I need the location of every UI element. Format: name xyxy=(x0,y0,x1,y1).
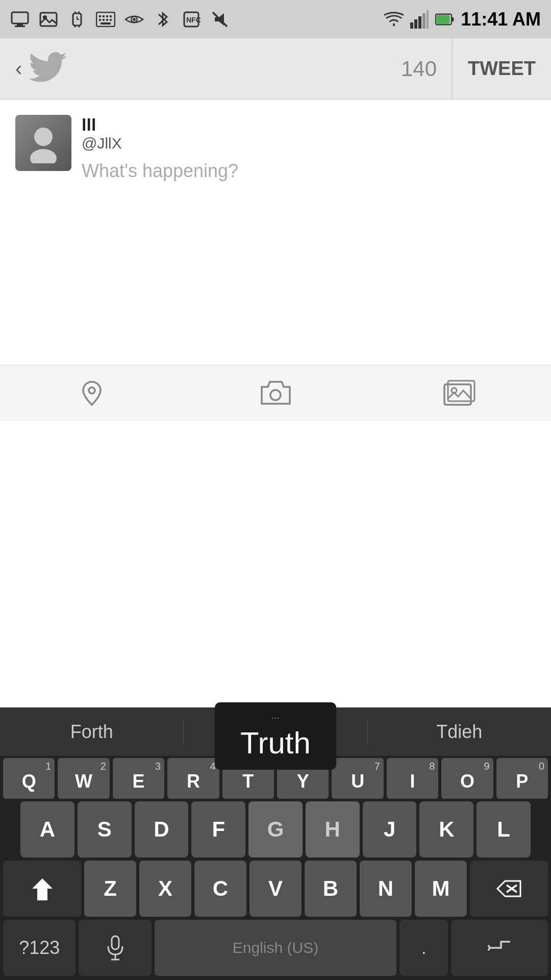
key-o[interactable]: 9 O xyxy=(441,758,493,799)
twitter-logo xyxy=(27,48,68,89)
enter-key[interactable] xyxy=(451,920,548,976)
keyboard-icon xyxy=(96,10,115,29)
key-l[interactable]: L xyxy=(477,801,531,857)
svg-point-35 xyxy=(34,128,53,146)
key-e[interactable]: 3 E xyxy=(113,758,164,799)
key-u-letter: U xyxy=(351,771,364,792)
svg-rect-43 xyxy=(37,897,47,900)
svg-rect-46 xyxy=(112,936,119,949)
key-x[interactable]: X xyxy=(139,861,191,917)
svg-point-36 xyxy=(30,149,57,163)
popup-text: Truth xyxy=(240,725,311,761)
autocomplete-tdieh[interactable]: Tdieh xyxy=(368,707,551,756)
key-b[interactable]: B xyxy=(305,861,357,917)
key-h[interactable]: H xyxy=(306,801,360,857)
status-bar: NFC 11:41 AM xyxy=(0,0,551,38)
key-w[interactable]: 2 W xyxy=(58,758,109,799)
popup-dots: ··· xyxy=(240,712,311,723)
svg-rect-1 xyxy=(17,23,23,26)
key-s[interactable]: S xyxy=(78,801,132,857)
status-right-icons: 11:41 AM xyxy=(384,9,541,30)
key-u[interactable]: 7 U xyxy=(332,758,383,799)
svg-rect-31 xyxy=(427,10,429,29)
wifi-icon xyxy=(384,10,404,29)
mic-key[interactable] xyxy=(79,920,151,976)
camera-button[interactable] xyxy=(255,373,296,414)
tweet-button[interactable]: TWEET xyxy=(452,38,536,100)
key-q[interactable]: 1 Q xyxy=(3,758,55,799)
key-row-2: A S D F G H J K L xyxy=(0,800,551,859)
svg-rect-29 xyxy=(418,16,421,29)
compose-placeholder[interactable]: What's happening? xyxy=(82,160,536,182)
key-y-letter: Y xyxy=(297,771,309,792)
svg-rect-27 xyxy=(410,22,413,29)
key-g[interactable]: G xyxy=(248,801,303,857)
back-arrow-icon[interactable]: ‹ xyxy=(15,57,22,80)
svg-rect-34 xyxy=(437,15,450,23)
watch-icon xyxy=(67,10,87,29)
key-v[interactable]: V xyxy=(249,861,302,917)
key-i-num: 8 xyxy=(429,761,435,772)
svg-rect-30 xyxy=(422,13,425,29)
compose-area: lll @JllX What's happening? xyxy=(0,100,551,365)
key-i-letter: I xyxy=(410,771,415,792)
compose-right: lll @JllX What's happening? xyxy=(82,115,536,350)
svg-rect-0 xyxy=(12,12,28,23)
compose-username: lll xyxy=(82,115,536,135)
svg-point-23 xyxy=(133,18,136,21)
key-a[interactable]: A xyxy=(20,801,74,857)
key-n[interactable]: N xyxy=(360,861,412,917)
svg-point-38 xyxy=(270,390,281,400)
key-r[interactable]: 4 R xyxy=(167,758,219,799)
key-c[interactable]: C xyxy=(194,861,246,917)
bluetooth-icon xyxy=(153,10,172,29)
shift-key[interactable] xyxy=(3,861,81,917)
svg-rect-15 xyxy=(106,15,108,17)
key-k[interactable]: K xyxy=(419,801,473,857)
key-j[interactable]: J xyxy=(363,801,417,857)
svg-point-37 xyxy=(89,387,95,394)
svg-point-41 xyxy=(452,388,457,393)
key-d[interactable]: D xyxy=(135,801,189,857)
key-e-num: 3 xyxy=(155,761,161,772)
location-button[interactable] xyxy=(71,373,112,414)
key-p[interactable]: 0 P xyxy=(496,758,548,799)
key-m[interactable]: M xyxy=(415,861,467,917)
key-r-letter: R xyxy=(187,771,200,792)
truth-popup: ··· Truth xyxy=(215,702,336,770)
svg-marker-42 xyxy=(32,878,53,899)
key-t-letter: T xyxy=(242,771,254,792)
key-w-num: 2 xyxy=(101,761,106,772)
keyboard-area: Forth Truth Tdieh ··· Truth 1 Q 2 W 3 E … xyxy=(0,707,551,980)
key-p-letter: P xyxy=(516,771,528,792)
key-o-letter: O xyxy=(460,771,474,792)
svg-rect-16 xyxy=(110,15,112,17)
backspace-key[interactable] xyxy=(470,861,548,917)
avatar xyxy=(15,115,71,171)
key-z[interactable]: Z xyxy=(84,861,136,917)
key-f[interactable]: F xyxy=(191,801,245,857)
symbols-key[interactable]: ?123 xyxy=(3,920,76,976)
gallery-button[interactable] xyxy=(439,373,480,414)
image-icon xyxy=(39,10,58,29)
key-w-letter: W xyxy=(75,771,92,792)
eye-icon xyxy=(124,10,144,29)
svg-rect-13 xyxy=(99,15,101,17)
compose-handle: @JllX xyxy=(82,135,536,152)
svg-text:NFC: NFC xyxy=(186,16,201,24)
key-q-letter: Q xyxy=(22,771,36,792)
key-e-letter: E xyxy=(133,771,145,792)
autocomplete-forth[interactable]: Forth xyxy=(0,707,183,756)
period-key[interactable]: . xyxy=(399,920,448,976)
battery-icon xyxy=(435,10,455,29)
svg-rect-28 xyxy=(414,19,417,29)
twitter-header: ‹ 140 TWEET xyxy=(0,38,551,100)
signal-icon xyxy=(410,10,429,29)
char-count: 140 xyxy=(401,57,452,81)
key-i[interactable]: 8 I xyxy=(387,758,438,799)
svg-rect-19 xyxy=(106,19,108,21)
space-key[interactable]: English (US) xyxy=(155,920,397,976)
key-q-num: 1 xyxy=(45,761,51,772)
nfc-icon: NFC xyxy=(182,10,201,29)
key-p-num: 0 xyxy=(539,761,544,772)
